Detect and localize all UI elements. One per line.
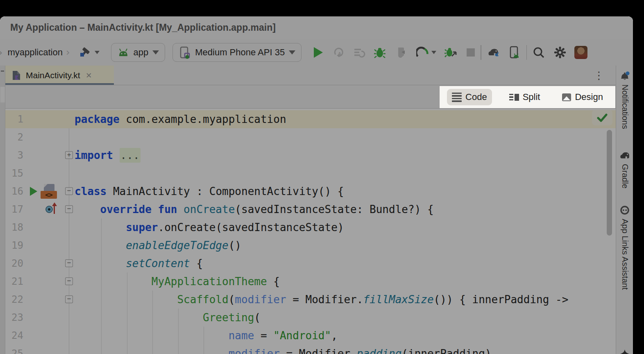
line-number: 16: [5, 182, 23, 200]
main-toolbar: › myapplication ›: [0, 39, 633, 66]
line-number: 2: [5, 128, 23, 146]
stripe-dash-icon: [1, 70, 4, 72]
code-line-22[interactable]: 22−Scaffold(modifier = Modifier.fillMaxS…: [5, 290, 616, 309]
view-mode-code[interactable]: Code: [447, 89, 492, 105]
tab-close-icon[interactable]: ×: [86, 70, 92, 81]
code-line-19[interactable]: 19enableEdgeToEdge(): [5, 236, 616, 254]
user-avatar[interactable]: [574, 46, 587, 59]
code-line-2[interactable]: 2: [5, 128, 616, 146]
code-text: MyApplicationTheme {: [75, 272, 280, 290]
fold-collapse-icon[interactable]: −: [65, 205, 73, 213]
split-view-icon: [509, 94, 519, 101]
toolbar-divider: [481, 45, 481, 60]
tab-selected-underline: [5, 83, 114, 85]
settings-gear-icon[interactable]: [554, 46, 566, 59]
tool-window-app-links[interactable]: App Links Assistant: [616, 205, 633, 290]
code-line-18[interactable]: 18super.onCreate(savedInstanceState): [5, 218, 616, 236]
tool-window-notifications[interactable]: Notifications: [616, 70, 633, 129]
android-module-icon: [117, 46, 129, 59]
code-line-20[interactable]: 20−setContent {: [5, 254, 616, 272]
gutter-icons: [30, 200, 59, 218]
device-dropdown-icon: [289, 50, 295, 54]
code-line-21[interactable]: 21−MyApplicationTheme {: [5, 272, 616, 290]
code-line-3[interactable]: 3+import ...: [5, 146, 616, 164]
code-view-label: Code: [465, 92, 487, 102]
line-number: 20: [5, 254, 23, 272]
code-text: package com.example.myapplication: [75, 110, 286, 128]
code-line-17[interactable]: 17−override fun onCreate(savedInstanceSt…: [5, 200, 616, 218]
fold-collapse-icon[interactable]: −: [65, 187, 73, 195]
line-number: 24: [5, 327, 23, 345]
line-number: 18: [5, 218, 23, 236]
build-dropdown-icon[interactable]: [95, 51, 100, 54]
debug-button-icon[interactable]: [374, 46, 386, 59]
editor-scrollbar-thumb[interactable]: [607, 130, 612, 236]
fold-collapse-icon[interactable]: −: [65, 295, 73, 303]
code-text: modifier = Modifier.padding(innerPadding…: [75, 345, 491, 354]
code-editor[interactable]: 1package com.example.myapplication23+imp…: [5, 109, 616, 354]
fold-collapse-icon[interactable]: −: [65, 277, 73, 285]
apply-changes-restart-icon: [395, 46, 407, 59]
breadcrumb[interactable]: myapplication: [7, 47, 63, 58]
left-tool-window-stripe[interactable]: [0, 66, 5, 354]
gradle-sync-icon[interactable]: [487, 46, 499, 59]
line-number: 19: [5, 236, 23, 254]
editor-options-kebab-icon[interactable]: ⋮: [594, 68, 604, 83]
indent-guide: [204, 327, 204, 354]
design-view-label: Design: [575, 92, 603, 102]
breadcrumb-separator-icon: ›: [66, 47, 70, 58]
tool-window-gemini[interactable]: [616, 349, 633, 354]
window-title: My Application – MainActivity.kt [My_App…: [10, 16, 276, 39]
device-select[interactable]: Medium Phone API 35: [172, 43, 302, 62]
run-button[interactable]: [314, 47, 323, 58]
code-line-24[interactable]: 24name = "Android",: [5, 327, 616, 345]
build-button[interactable]: [79, 46, 100, 59]
code-text: setContent {: [75, 254, 203, 272]
code-line-15[interactable]: 15: [5, 164, 616, 182]
gradle-elephant-icon: [619, 151, 630, 161]
overrides-method-gutter-icon[interactable]: [45, 203, 59, 216]
line-number: 1: [5, 110, 23, 128]
code-text: import ...: [75, 146, 141, 164]
code-text: override fun onCreate(savedInstanceState…: [75, 200, 434, 218]
inspections-widget[interactable]: [592, 110, 612, 125]
indent-guide: [101, 218, 102, 354]
code-text: class MainActivity : ComponentActivity()…: [75, 182, 344, 200]
code-line-1[interactable]: 1package com.example.myapplication: [5, 110, 616, 128]
app-links-icon: [619, 205, 630, 216]
search-everywhere-icon[interactable]: [533, 46, 545, 59]
rerun-activity-icon: A: [333, 46, 345, 59]
tab-mainactivity[interactable]: MainActivity.kt ×: [5, 66, 114, 85]
editor-tab-bar: MainActivity.kt × ⋮: [5, 66, 616, 85]
device-manager-icon[interactable]: [508, 46, 521, 59]
code-text: enableEdgeToEdge(): [75, 236, 241, 254]
code-view-icon: [452, 93, 462, 102]
app-links-label: App Links Assistant: [620, 219, 630, 290]
fold-expand-icon[interactable]: +: [65, 151, 73, 159]
run-class-gutter-icon[interactable]: [30, 187, 37, 196]
compose-activity-gutter-icon[interactable]: <>: [41, 184, 57, 199]
profiler-button[interactable]: [416, 46, 436, 59]
indent-guide: [127, 272, 127, 354]
tool-window-gradle[interactable]: Gradle: [616, 151, 633, 188]
build-hammer-icon: [79, 46, 91, 59]
device-phone-icon: [179, 46, 191, 59]
view-mode-split[interactable]: Split: [504, 89, 545, 105]
code-line-16[interactable]: 16<>−class MainActivity : ComponentActiv…: [5, 182, 616, 200]
profiler-dropdown-icon: [431, 51, 436, 54]
toolbar-divider: [526, 45, 527, 60]
attach-debugger-icon[interactable]: [444, 46, 457, 59]
editor-view-switcher: Code Split Design: [440, 86, 615, 108]
view-mode-design[interactable]: Design: [557, 89, 608, 105]
run-configuration-dropdown-icon: [152, 50, 159, 54]
line-number: 17: [5, 200, 23, 218]
fold-collapse-icon[interactable]: −: [65, 259, 73, 267]
run-configuration-select[interactable]: app: [111, 43, 166, 62]
screenshot-root: { "window": { "title": "My Application –…: [0, 0, 644, 354]
tab-label: MainActivity.kt: [26, 70, 80, 80]
svg-text:A: A: [338, 51, 341, 56]
breadcrumb-edge-chevron-icon: ›: [0, 46, 2, 59]
android-studio-window: My Application – MainActivity.kt [My_App…: [0, 16, 633, 354]
code-line-23[interactable]: 23Greeting(: [5, 309, 616, 327]
code-line-25[interactable]: 25modifier = Modifier.padding(innerPaddi…: [5, 345, 616, 354]
